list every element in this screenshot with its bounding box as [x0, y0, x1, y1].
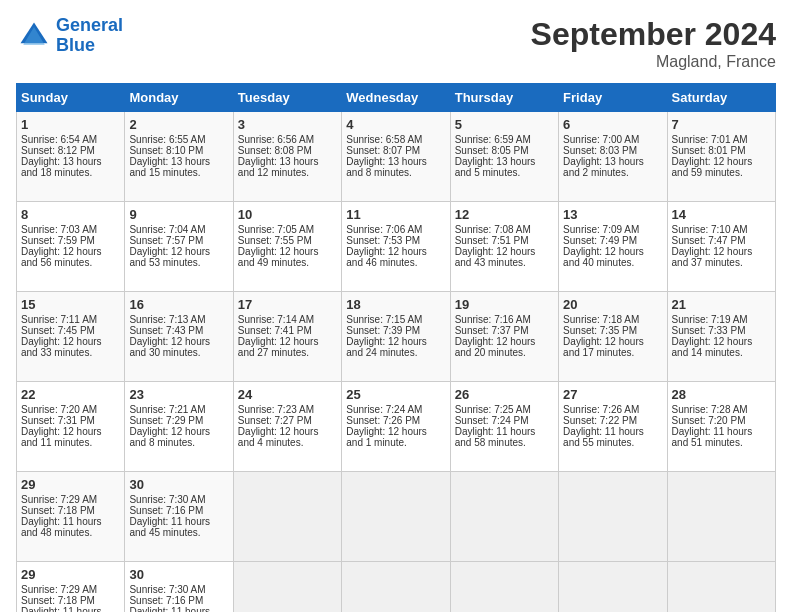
table-row: 8Sunrise: 7:03 AMSunset: 7:59 PMDaylight… — [17, 202, 125, 292]
sunrise-text: Sunrise: 7:10 AM — [672, 224, 771, 235]
table-row: 24Sunrise: 7:23 AMSunset: 7:27 PMDayligh… — [233, 382, 341, 472]
sunset-text: Sunset: 7:35 PM — [563, 325, 662, 336]
table-row: 30Sunrise: 7:30 AMSunset: 7:16 PMDayligh… — [125, 562, 233, 613]
sunset-text: Sunset: 8:10 PM — [129, 145, 228, 156]
daylight-text: Daylight: 11 hours and 58 minutes. — [455, 426, 554, 448]
sunset-text: Sunset: 7:55 PM — [238, 235, 337, 246]
table-row: 11Sunrise: 7:06 AMSunset: 7:53 PMDayligh… — [342, 202, 450, 292]
sunset-text: Sunset: 7:18 PM — [21, 595, 120, 606]
day-number: 24 — [238, 387, 337, 402]
week-row: 8Sunrise: 7:03 AMSunset: 7:59 PMDaylight… — [17, 202, 776, 292]
table-row: 25Sunrise: 7:24 AMSunset: 7:26 PMDayligh… — [342, 382, 450, 472]
day-number: 2 — [129, 117, 228, 132]
sunrise-text: Sunrise: 6:58 AM — [346, 134, 445, 145]
sunrise-text: Sunrise: 7:00 AM — [563, 134, 662, 145]
table-row — [667, 562, 775, 613]
daylight-text: Daylight: 12 hours and 30 minutes. — [129, 336, 228, 358]
day-number: 7 — [672, 117, 771, 132]
sunset-text: Sunset: 7:16 PM — [129, 505, 228, 516]
daylight-text: Daylight: 12 hours and 17 minutes. — [563, 336, 662, 358]
col-saturday: Saturday — [667, 84, 775, 112]
sunset-text: Sunset: 7:59 PM — [21, 235, 120, 246]
daylight-text: Daylight: 12 hours and 33 minutes. — [21, 336, 120, 358]
sunset-text: Sunset: 7:31 PM — [21, 415, 120, 426]
logo-icon — [16, 18, 52, 54]
table-row: 17Sunrise: 7:14 AMSunset: 7:41 PMDayligh… — [233, 292, 341, 382]
daylight-text: Daylight: 12 hours and 20 minutes. — [455, 336, 554, 358]
day-number: 11 — [346, 207, 445, 222]
sunset-text: Sunset: 7:20 PM — [672, 415, 771, 426]
sunrise-text: Sunrise: 7:05 AM — [238, 224, 337, 235]
daylight-text: Daylight: 11 hours and 45 minutes. — [129, 516, 228, 538]
header-row: Sunday Monday Tuesday Wednesday Thursday… — [17, 84, 776, 112]
table-row: 15Sunrise: 7:11 AMSunset: 7:45 PMDayligh… — [17, 292, 125, 382]
logo-line1: General — [56, 15, 123, 35]
logo-line2: Blue — [56, 35, 95, 55]
sunrise-text: Sunrise: 7:15 AM — [346, 314, 445, 325]
daylight-text: Daylight: 12 hours and 53 minutes. — [129, 246, 228, 268]
table-row — [559, 562, 667, 613]
day-number: 16 — [129, 297, 228, 312]
table-row: 13Sunrise: 7:09 AMSunset: 7:49 PMDayligh… — [559, 202, 667, 292]
table-row: 5Sunrise: 6:59 AMSunset: 8:05 PMDaylight… — [450, 112, 558, 202]
location: Magland, France — [531, 53, 776, 71]
day-number: 12 — [455, 207, 554, 222]
col-wednesday: Wednesday — [342, 84, 450, 112]
table-row — [559, 472, 667, 562]
col-sunday: Sunday — [17, 84, 125, 112]
table-row: 3Sunrise: 6:56 AMSunset: 8:08 PMDaylight… — [233, 112, 341, 202]
day-number: 6 — [563, 117, 662, 132]
sunrise-text: Sunrise: 7:28 AM — [672, 404, 771, 415]
daylight-text: Daylight: 13 hours and 12 minutes. — [238, 156, 337, 178]
page-header: General Blue September 2024 Magland, Fra… — [16, 16, 776, 71]
day-number: 29 — [21, 477, 120, 492]
table-row: 30Sunrise: 7:30 AMSunset: 7:16 PMDayligh… — [125, 472, 233, 562]
day-number: 19 — [455, 297, 554, 312]
daylight-text: Daylight: 11 hours and 51 minutes. — [672, 426, 771, 448]
table-row: 12Sunrise: 7:08 AMSunset: 7:51 PMDayligh… — [450, 202, 558, 292]
logo: General Blue — [16, 16, 123, 56]
sunset-text: Sunset: 7:51 PM — [455, 235, 554, 246]
sunrise-text: Sunrise: 6:55 AM — [129, 134, 228, 145]
daylight-text: Daylight: 12 hours and 49 minutes. — [238, 246, 337, 268]
day-number: 1 — [21, 117, 120, 132]
table-row: 2Sunrise: 6:55 AMSunset: 8:10 PMDaylight… — [125, 112, 233, 202]
sunset-text: Sunset: 8:01 PM — [672, 145, 771, 156]
day-number: 8 — [21, 207, 120, 222]
sunrise-text: Sunrise: 7:26 AM — [563, 404, 662, 415]
table-row: 4Sunrise: 6:58 AMSunset: 8:07 PMDaylight… — [342, 112, 450, 202]
day-number: 17 — [238, 297, 337, 312]
logo-text: General Blue — [56, 16, 123, 56]
day-number: 28 — [672, 387, 771, 402]
table-row: 14Sunrise: 7:10 AMSunset: 7:47 PMDayligh… — [667, 202, 775, 292]
table-row: 18Sunrise: 7:15 AMSunset: 7:39 PMDayligh… — [342, 292, 450, 382]
sunset-text: Sunset: 7:47 PM — [672, 235, 771, 246]
sunset-text: Sunset: 7:37 PM — [455, 325, 554, 336]
table-row: 26Sunrise: 7:25 AMSunset: 7:24 PMDayligh… — [450, 382, 558, 472]
table-row: 29Sunrise: 7:29 AMSunset: 7:18 PMDayligh… — [17, 562, 125, 613]
week-row: 29Sunrise: 7:29 AMSunset: 7:18 PMDayligh… — [17, 562, 776, 613]
sunrise-text: Sunrise: 7:30 AM — [129, 584, 228, 595]
sunset-text: Sunset: 7:53 PM — [346, 235, 445, 246]
day-number: 15 — [21, 297, 120, 312]
table-row: 7Sunrise: 7:01 AMSunset: 8:01 PMDaylight… — [667, 112, 775, 202]
table-row — [667, 472, 775, 562]
sunset-text: Sunset: 7:39 PM — [346, 325, 445, 336]
sunset-text: Sunset: 7:22 PM — [563, 415, 662, 426]
sunrise-text: Sunrise: 7:29 AM — [21, 494, 120, 505]
daylight-text: Daylight: 12 hours and 27 minutes. — [238, 336, 337, 358]
table-row — [450, 472, 558, 562]
daylight-text: Daylight: 13 hours and 18 minutes. — [21, 156, 120, 178]
sunrise-text: Sunrise: 7:25 AM — [455, 404, 554, 415]
table-row: 9Sunrise: 7:04 AMSunset: 7:57 PMDaylight… — [125, 202, 233, 292]
daylight-text: Daylight: 12 hours and 11 minutes. — [21, 426, 120, 448]
sunrise-text: Sunrise: 7:24 AM — [346, 404, 445, 415]
table-row: 16Sunrise: 7:13 AMSunset: 7:43 PMDayligh… — [125, 292, 233, 382]
sunset-text: Sunset: 8:03 PM — [563, 145, 662, 156]
table-row: 20Sunrise: 7:18 AMSunset: 7:35 PMDayligh… — [559, 292, 667, 382]
daylight-text: Daylight: 12 hours and 4 minutes. — [238, 426, 337, 448]
title-block: September 2024 Magland, France — [531, 16, 776, 71]
sunset-text: Sunset: 8:07 PM — [346, 145, 445, 156]
sunset-text: Sunset: 8:12 PM — [21, 145, 120, 156]
daylight-text: Daylight: 12 hours and 1 minute. — [346, 426, 445, 448]
